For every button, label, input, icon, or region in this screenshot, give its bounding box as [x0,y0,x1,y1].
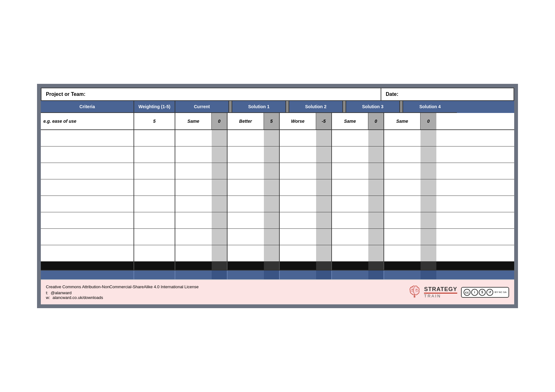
empty-criteria-7 [41,245,134,261]
empty-row-0 [41,130,514,146]
summary-cell-weighting [134,271,175,279]
summary-cell-sol2-text [280,271,316,279]
empty-sol1-score-0 [264,130,280,146]
empty-row-7 [41,245,514,262]
empty-current-text-7 [175,245,212,261]
empty-sol4-score-5 [421,212,436,228]
cell-weighting-example: 5 [134,113,175,129]
inner-content: Project or Team: Date: Criteria Weightin… [41,88,514,304]
empty-sol3-score-6 [368,229,384,245]
header-solution2: Solution 2 [289,101,343,113]
header-solution3: Solution 3 [346,101,400,113]
empty-criteria-1 [41,146,134,163]
empty-sol1-score-6 [264,229,280,245]
empty-sol3-text-7 [332,245,368,261]
summary-cell-sol3-score [368,271,384,279]
cell-sol2-text-example: Worse [280,113,316,129]
empty-sol3-score-5 [368,212,384,228]
outer-border: Project or Team: Date: Criteria Weightin… [37,84,518,308]
empty-current-text-4 [175,196,212,212]
total-cell-sol2-score [316,262,332,270]
total-cell-current-text [175,262,212,270]
empty-sol3-text-2 [332,163,368,179]
divider-4 [400,101,403,113]
cc-icon: cc [464,289,471,296]
empty-sol2-text-6 [280,229,316,245]
cell-sol1-score-example: 5 [264,113,280,129]
total-cell-sol3-score [368,262,384,270]
empty-sol3-score-2 [368,163,384,179]
twitter-handle[interactable]: @alanward [51,290,72,295]
empty-sol3-score-4 [368,196,384,212]
cc-by-icon: i [471,289,478,296]
empty-sol3-score-1 [368,146,384,163]
empty-sol1-score-3 [264,179,280,196]
total-cell-sol3-text [332,262,368,270]
twitter-row: t: @alanward [46,290,199,295]
cell-sol3-score-example: 0 [368,113,384,129]
header-current: Current [175,101,229,113]
empty-weighting-4 [134,196,175,212]
footer-left: Creative Commons Attribution-NonCommerci… [46,284,199,300]
svg-rect-2 [414,294,415,297]
empty-sol3-text-0 [332,130,368,146]
empty-sol3-text-4 [332,196,368,212]
total-cell-sol2-text [280,262,316,270]
total-cell-sol4-text [384,262,421,270]
web-url[interactable]: alancward.co.uk/downloads [53,295,103,300]
empty-current-text-5 [175,212,212,228]
strategy-brand: STRATEGY TRAIN [424,286,457,298]
empty-sol1-score-5 [264,212,280,228]
empty-row-5 [41,212,514,229]
empty-sol2-score-0 [316,130,332,146]
summary-cell-sol1-text [228,271,264,279]
empty-sol2-score-7 [316,245,332,261]
empty-sol2-text-1 [280,146,316,163]
empty-sol1-text-5 [228,212,264,228]
empty-criteria-6 [41,229,134,245]
brain-icon [407,285,422,300]
total-cell-sol4-score [421,262,436,270]
empty-sol2-score-1 [316,146,332,163]
date-label-text: Date: [386,91,398,97]
summary-row [41,271,514,279]
empty-sol1-score-2 [264,163,280,179]
empty-row-3 [41,179,514,196]
summary-cell-sol4-text [384,271,421,279]
empty-current-text-3 [175,179,212,196]
empty-weighting-3 [134,179,175,196]
empty-sol1-text-6 [228,229,264,245]
empty-current-score-5 [212,212,228,228]
empty-criteria-5 [41,212,134,228]
project-label: Project or Team: [41,88,381,101]
empty-sol3-text-5 [332,212,368,228]
empty-sol4-text-3 [384,179,421,196]
empty-weighting-7 [134,245,175,261]
cell-criteria-example: e.g. ease of use [41,113,134,129]
empty-sol4-score-7 [421,245,436,261]
header-weighting: Weighting (1-5) [134,101,175,113]
total-cell-weighting [134,262,175,270]
footer: Creative Commons Attribution-NonCommerci… [41,279,514,304]
empty-criteria-4 [41,196,134,212]
cc-sa-icon: ↺ [486,289,493,296]
empty-sol4-text-4 [384,196,421,212]
empty-sol2-score-3 [316,179,332,196]
empty-row-1 [41,146,514,163]
empty-sol2-text-7 [280,245,316,261]
empty-weighting-2 [134,163,175,179]
divider-1 [229,101,232,113]
empty-sol4-score-1 [421,146,436,163]
summary-cell-current-score [212,271,228,279]
header-criteria: Criteria [41,101,134,113]
summary-cell-sol4-score [421,271,436,279]
empty-weighting-5 [134,212,175,228]
empty-sol2-text-3 [280,179,316,196]
license-text: Creative Commons Attribution-NonCommerci… [46,284,199,289]
empty-sol2-text-4 [280,196,316,212]
strategy-train-logo: STRATEGY TRAIN [407,285,457,300]
summary-cell-sol3-text [332,271,368,279]
page-wrapper: Project or Team: Date: Criteria Weightin… [24,65,531,327]
web-row: w: alancward.co.uk/downloads [46,295,199,300]
empty-sol1-text-0 [228,130,264,146]
